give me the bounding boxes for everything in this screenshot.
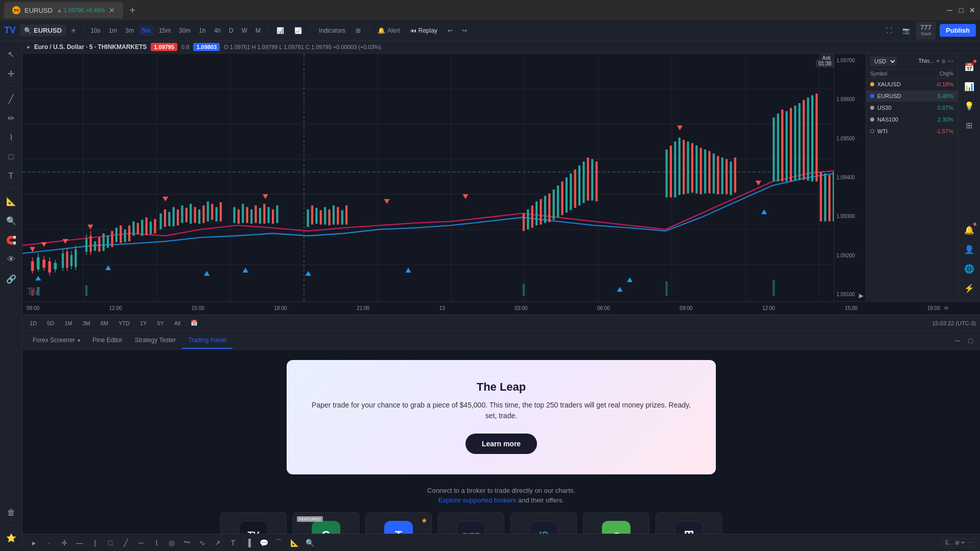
range-1m[interactable]: 1M: [61, 319, 75, 327]
snapshot-btn[interactable]: 📷: [898, 25, 914, 36]
chart-type-btn[interactable]: 📊: [272, 25, 288, 36]
draw-tool[interactable]: ✏: [2, 109, 20, 127]
broker-card-easymarkets[interactable]: e easyMarkets ★★★★★ 4.7: [583, 512, 649, 534]
broker-card-bybit[interactable]: BYBIT Bybit ★★★★★ 4.8: [438, 512, 504, 534]
tab-trading-panel[interactable]: Trading Panel: [182, 332, 232, 349]
zoom-tool[interactable]: 🔍: [2, 211, 20, 230]
tf-3m[interactable]: 3m: [122, 26, 137, 36]
cursor-tool[interactable]: ↖: [2, 45, 20, 63]
range-3m[interactable]: 3M: [79, 319, 93, 327]
tf-4h[interactable]: 4h: [211, 26, 224, 36]
date-picker-btn[interactable]: 📅: [188, 319, 201, 327]
pattern-btn[interactable]: 〜: [180, 536, 194, 550]
watchlist-item-nas100[interactable]: NAS100 2.30%: [866, 114, 958, 126]
undo-btn[interactable]: ↩: [444, 25, 457, 36]
scroll-right-btn[interactable]: ▶: [859, 292, 864, 299]
path-btn[interactable]: ⌒: [272, 536, 286, 550]
watchlist-item-wti[interactable]: WTI -1.57%: [866, 126, 958, 137]
tab-forex-screener[interactable]: Forex Screener ▾: [27, 332, 86, 349]
window-close-btn[interactable]: ✕: [969, 7, 976, 14]
save-btn[interactable]: 777 Save: [916, 21, 936, 39]
fullscreen-btn[interactable]: ⛶: [882, 25, 896, 36]
ruler-btn[interactable]: 📐: [287, 536, 301, 550]
time-scroll-btn[interactable]: ⟳: [944, 305, 948, 311]
tf-1m[interactable]: 1m: [106, 26, 121, 36]
tf-1h[interactable]: 1h: [196, 26, 208, 36]
learn-more-button[interactable]: Learn more: [465, 434, 537, 454]
eye-tool[interactable]: 👁: [2, 250, 20, 269]
tf-15m[interactable]: 15m: [156, 26, 174, 36]
arrow-btn[interactable]: ↗: [211, 536, 225, 550]
indicators-btn[interactable]: Indicators: [315, 25, 349, 36]
browser-tab[interactable]: TV EURUSD ▲ 1.09795 +0.45% ✕: [4, 2, 123, 18]
trash-tool[interactable]: 🗑: [2, 504, 20, 522]
tf-d[interactable]: D: [226, 26, 237, 36]
tf-30m[interactable]: 30m: [176, 26, 194, 36]
broker-card-paper-trading[interactable]: TV Paper Trading Brokerage simulator by …: [220, 512, 287, 534]
tf-10s[interactable]: 10s: [87, 26, 103, 36]
trend-line-tool[interactable]: ╱: [2, 89, 20, 108]
dot-tool-btn[interactable]: ·: [42, 536, 56, 550]
chart-canvas[interactable]: Ask 01:38 1.09700 1.09600 1.09500 1.0940…: [22, 54, 866, 301]
community-icon[interactable]: 👤: [960, 240, 978, 258]
tab-close-btn[interactable]: ✕: [109, 6, 115, 14]
range-1y[interactable]: 1Y: [137, 319, 150, 327]
panel-minimize-btn[interactable]: ─: [952, 336, 964, 346]
chart-analysis-icon[interactable]: 📊: [960, 77, 978, 95]
symbol-search[interactable]: 🔍 EURUSD: [20, 25, 66, 36]
shape-tool[interactable]: □: [2, 148, 20, 166]
replay-btn[interactable]: ⏮ Replay: [406, 25, 441, 36]
zoom-draw-btn[interactable]: 🔍: [302, 536, 317, 550]
fib-btn[interactable]: ⌇: [149, 536, 164, 550]
watchlist-more-icon[interactable]: ⋯: [947, 58, 953, 65]
range-5d[interactable]: 5D: [44, 319, 57, 327]
favorites-btn[interactable]: ⭐: [2, 529, 20, 547]
vline-tool-btn[interactable]: |: [88, 536, 102, 550]
tab-pine-editor[interactable]: Pine Editor: [86, 332, 129, 349]
flat-line-btn[interactable]: ─: [134, 536, 148, 550]
magnet-tool[interactable]: 🧲: [2, 231, 20, 249]
calendar-icon[interactable]: 📅: [960, 58, 978, 76]
watchlist-item-eurusd[interactable]: EURUSD 0.45%: [866, 90, 958, 102]
wave-btn[interactable]: ∿: [195, 536, 209, 550]
range-ytd[interactable]: YTD: [115, 319, 133, 327]
chart-style-btn[interactable]: 📈: [290, 25, 306, 36]
alert-btn[interactable]: 🔔 Alert: [374, 25, 404, 36]
explore-brokers-link[interactable]: Explore supported brokers: [438, 496, 516, 504]
watchlist-item-us30[interactable]: US30 0.87%: [866, 102, 958, 114]
screener-icon[interactable]: ⊞: [960, 116, 978, 134]
new-tab-button[interactable]: +: [125, 3, 139, 18]
select-tool-btn[interactable]: ▸: [27, 536, 41, 550]
tab-strategy-tester[interactable]: Strategy Tester: [129, 332, 182, 349]
crosshair-tool[interactable]: ✛: [2, 64, 20, 83]
fib-tool[interactable]: ⌇: [2, 128, 20, 147]
range-all[interactable]: All: [171, 319, 183, 327]
broker-card-icmarkets[interactable]: IC IC Markets ★★★★★ 4.7: [510, 512, 577, 534]
ideas-icon[interactable]: 💡: [960, 97, 978, 115]
text-tool[interactable]: T: [2, 167, 20, 185]
alerts-icon[interactable]: ⚡: [960, 279, 978, 297]
redo-btn[interactable]: ↪: [458, 25, 471, 36]
tf-5m[interactable]: 5m: [139, 26, 154, 36]
currency-selector[interactable]: USD EUR: [870, 57, 897, 66]
add-symbol-btn[interactable]: +: [68, 25, 79, 36]
broker-card-forex[interactable]: G FOREX.com ★★★★★ 4.6: [293, 512, 359, 534]
tf-w[interactable]: W: [239, 26, 250, 36]
range-6m[interactable]: 6M: [98, 319, 111, 327]
tf-m[interactable]: M: [252, 26, 264, 36]
notification-icon[interactable]: 🔔: [960, 221, 978, 239]
broker-card-okx[interactable]: ⊞ OKX ★★★★★ 4.7: [656, 512, 722, 534]
fib-circle-btn[interactable]: ◎: [165, 536, 179, 550]
add-watchlist-icon[interactable]: +: [936, 58, 940, 65]
speech-btn[interactable]: 💬: [256, 536, 271, 550]
range-1d[interactable]: 1D: [27, 319, 40, 327]
watchlist-item-xauusd[interactable]: XAUUSD -0.18%: [866, 79, 958, 90]
hline-tool-btn[interactable]: —: [73, 536, 87, 550]
compare-btn[interactable]: ⊞: [352, 25, 365, 36]
panel-maximize-btn[interactable]: □: [966, 336, 976, 346]
bar-btn[interactable]: ▐: [241, 536, 255, 550]
link-tool[interactable]: 🔗: [2, 270, 20, 288]
text-btn[interactable]: T: [226, 536, 240, 550]
publish-btn[interactable]: Publish: [940, 24, 976, 37]
rect-tool-btn[interactable]: □: [103, 536, 118, 550]
